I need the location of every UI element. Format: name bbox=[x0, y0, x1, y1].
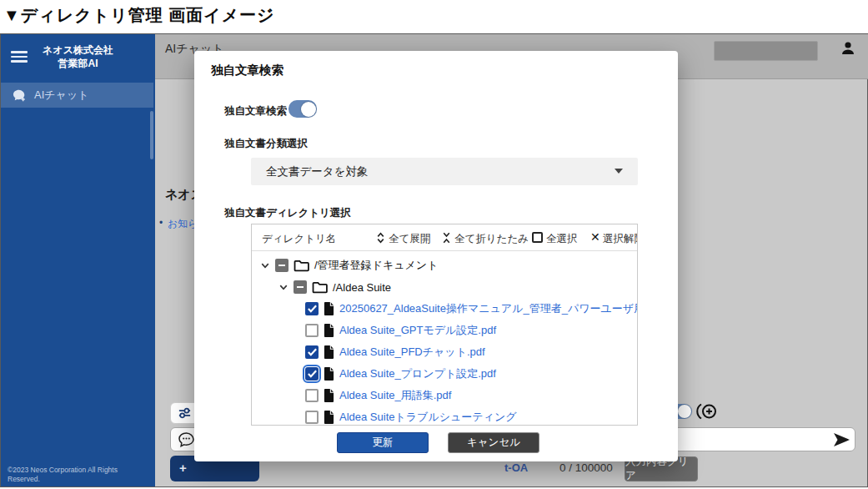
tune-icon bbox=[178, 407, 192, 419]
tree-row: /Aldea Suite bbox=[252, 276, 637, 298]
send-icon[interactable] bbox=[833, 432, 850, 451]
directory-name-column: ディレクトリ名 bbox=[262, 232, 336, 246]
notice-link[interactable]: お知らせ bbox=[168, 217, 194, 229]
folder-icon bbox=[312, 281, 328, 294]
file-link[interactable]: Aldea Suite_用語集.pdf bbox=[339, 388, 451, 403]
checkbox-unchecked[interactable] bbox=[305, 324, 319, 337]
checkbox-indeterminate[interactable] bbox=[294, 280, 307, 294]
expand-all-label[interactable]: 全て展開 bbox=[389, 232, 430, 246]
checkbox-unchecked[interactable] bbox=[305, 389, 319, 402]
org-name: ネオス株式会社 bbox=[1, 43, 155, 57]
notice-bullet: • bbox=[159, 217, 163, 229]
chevron-down-icon[interactable] bbox=[278, 282, 288, 292]
file-link[interactable]: Aldea Suite_GPTモデル設定.pdf bbox=[339, 323, 496, 338]
deselect-x-icon[interactable]: ✕ bbox=[590, 230, 600, 244]
collapse-all-label[interactable]: 全て折りたたみ bbox=[454, 232, 529, 246]
greeting-text: ネオス bbox=[165, 187, 197, 202]
tree-row: 20250627_AldeaSuite操作マニュアル_管理者_パワーユーザ用 bbox=[252, 298, 637, 320]
tree-row: Aldea Suite_プロンプト設定.pdf bbox=[252, 363, 637, 385]
circle-plus-icon[interactable] bbox=[696, 402, 718, 421]
expand-all-icon[interactable] bbox=[375, 232, 386, 247]
file-link[interactable]: Aldea Suiteトラブルシューティング bbox=[339, 410, 517, 425]
tree-row: Aldea Suite_用語集.pdf bbox=[252, 385, 637, 406]
select-all-label[interactable]: 全選択 bbox=[546, 232, 578, 246]
sidebar-header: ネオス株式会社 営業部AI bbox=[1, 34, 155, 81]
modal-title: 独自文章検索 bbox=[211, 63, 283, 78]
file-icon bbox=[324, 345, 334, 359]
chat-plus-icon bbox=[13, 89, 27, 102]
checkbox-checked[interactable] bbox=[305, 302, 319, 315]
category-label: 独自文書分類選択 bbox=[224, 137, 308, 151]
file-icon bbox=[324, 411, 334, 424]
directory-panel: ディレクトリ名 全て展開 全て折りたたみ 全選択 ✕ 選択解除 /管理者登録ドキ… bbox=[251, 224, 638, 426]
file-icon bbox=[324, 302, 334, 315]
checkbox-indeterminate[interactable] bbox=[275, 259, 288, 272]
plus-icon: + bbox=[179, 461, 187, 475]
deselect-all-label[interactable]: 選択解除 bbox=[603, 232, 638, 246]
chevron-down-icon[interactable] bbox=[260, 260, 270, 270]
custom-doc-search-modal: 独自文章検索 独自文章検索 独自文書分類選択 全文書データを対象 独自文書ディレ… bbox=[194, 51, 678, 461]
copyright-text: ©2023 Neos Corporation All Rights Reserv… bbox=[8, 466, 133, 484]
category-select[interactable]: 全文書データを対象 bbox=[251, 158, 638, 185]
checkbox-checked[interactable] bbox=[305, 367, 319, 381]
directory-label: 独自文書ディレクトリ選択 bbox=[224, 206, 351, 220]
screen: ▼ディレクトリ管理 画面イメージ ネオス株式会社 営業部AI AIチャット bbox=[0, 0, 868, 489]
sidebar-item-ai-chat[interactable]: AIチャット bbox=[1, 83, 153, 108]
model-name: t-OA bbox=[504, 461, 528, 474]
select-all-checkbox-icon[interactable] bbox=[532, 232, 543, 243]
search-toggle[interactable] bbox=[288, 100, 317, 118]
tree-row: Aldea Suite_PFDチャット.pdf bbox=[252, 341, 637, 363]
update-button[interactable]: 更新 bbox=[337, 432, 429, 453]
directory-panel-header: ディレクトリ名 全て展開 全て折りたたみ 全選択 ✕ 選択解除 bbox=[252, 224, 637, 251]
org-dept: 営業部AI bbox=[1, 57, 155, 70]
file-icon bbox=[324, 389, 334, 402]
category-select-value: 全文書データを対象 bbox=[266, 164, 368, 179]
folder-icon bbox=[294, 260, 309, 272]
org-title: ネオス株式会社 営業部AI bbox=[1, 43, 155, 70]
search-input[interactable] bbox=[714, 41, 818, 61]
file-icon bbox=[324, 324, 334, 337]
app-window: ネオス株式会社 営業部AI AIチャット ©2023 Neos Corporat… bbox=[0, 33, 868, 487]
file-link[interactable]: 20250627_AldeaSuite操作マニュアル_管理者_パワーユーザ用 bbox=[339, 301, 638, 316]
file-link[interactable]: Aldea Suite_プロンプト設定.pdf bbox=[339, 366, 496, 381]
tree-row: Aldea Suiteトラブルシューティング bbox=[252, 406, 637, 426]
sidebar-scrollbar[interactable] bbox=[150, 111, 153, 159]
user-icon[interactable] bbox=[840, 41, 855, 56]
tree-row: /管理者登録ドキュメント bbox=[252, 255, 637, 276]
sidebar-item-label: AIチャット bbox=[34, 88, 89, 103]
directory-tree: /管理者登録ドキュメント/Aldea Suite20250627_AldeaSu… bbox=[252, 255, 637, 426]
search-toggle-label: 独自文章検索 bbox=[224, 104, 287, 118]
tree-row: Aldea Suite_GPTモデル設定.pdf bbox=[252, 320, 637, 341]
folder-label[interactable]: /管理者登録ドキュメント bbox=[314, 258, 438, 273]
sidebar: ネオス株式会社 営業部AI AIチャット ©2023 Neos Corporat… bbox=[1, 34, 155, 486]
checkbox-unchecked[interactable] bbox=[305, 411, 319, 424]
file-link[interactable]: Aldea Suite_PFDチャット.pdf bbox=[339, 345, 485, 360]
collapse-all-icon[interactable] bbox=[441, 232, 452, 247]
char-counter: 0 / 100000 bbox=[559, 461, 613, 474]
file-icon bbox=[324, 367, 334, 381]
tune-button[interactable] bbox=[170, 402, 197, 424]
chat-bubble-icon bbox=[178, 432, 194, 451]
checkbox-checked[interactable] bbox=[305, 345, 319, 359]
chevron-down-icon bbox=[615, 169, 623, 174]
page-title: ▼ディレクトリ管理 画面イメージ bbox=[3, 4, 275, 27]
cancel-button[interactable]: キャンセル bbox=[448, 432, 539, 453]
folder-label[interactable]: /Aldea Suite bbox=[333, 281, 391, 294]
